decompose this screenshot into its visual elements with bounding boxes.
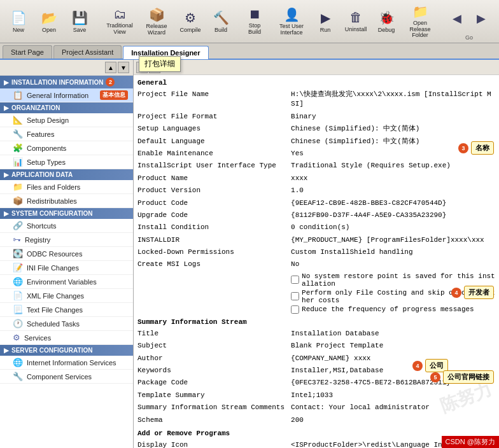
table-row: Create MSI Logs No: [135, 259, 498, 270]
sidebar-item-environment-variables[interactable]: 🌐 Environment Variables: [0, 275, 133, 289]
release-wizard-icon: 📦: [149, 7, 165, 22]
compile-icon: ⚙: [185, 10, 196, 25]
badge-4-dev: 4: [451, 288, 461, 298]
open-icon: 📂: [41, 10, 57, 25]
table-row: Upgrade Code {8112FB90-D37F-4A4F-A5E9-CA…: [135, 210, 498, 221]
new-icon: 📄: [11, 10, 27, 25]
table-row: InstallScript User Interface Type Tradit…: [135, 160, 498, 171]
sidebar-item-files-and-folders[interactable]: 📁 Files and Folders: [0, 180, 133, 194]
table-row: INSTALLDIR {MY_PRODUCT_NAME} [ProgramFil…: [135, 235, 498, 246]
table-row: Subject Blank Project Template: [135, 340, 498, 351]
tab-project-assistant[interactable]: Project Assistant: [53, 45, 122, 59]
save-button[interactable]: 💾 Save: [65, 6, 94, 38]
test-user-interface-button[interactable]: 👤 Test UserInterface: [274, 6, 309, 38]
table-row: Enable Maintenance Yes: [135, 148, 498, 159]
csdn-badge: CSDN @陈努力: [442, 436, 499, 448]
general-information-icon: 📋: [13, 90, 23, 100]
save-icon: 💾: [72, 10, 88, 25]
summary-section-title: Summary Information Stream: [135, 316, 498, 327]
open-button[interactable]: 📂 Open: [34, 6, 64, 38]
table-row: Product Code {9EEAF12-CB9E-482B-BBE3-C82…: [135, 198, 498, 209]
content-area: ◀ ⬆ General Project File Name H:\快捷查询批发完…: [134, 60, 499, 448]
sidebar-item-ini-file-changes[interactable]: 📝 INI File Changes: [0, 261, 133, 275]
uninstall-button[interactable]: 🗑 Uninstall: [341, 6, 370, 38]
checkbox-file-costing[interactable]: [291, 292, 299, 300]
sidebar-collapse-btn[interactable]: ▲: [105, 62, 116, 73]
table-row: Title Installation Database: [135, 328, 498, 339]
sidebar-item-xml-file-changes[interactable]: 📄 XML File Changes: [0, 289, 133, 303]
section-server-configuration[interactable]: ▶ SERVER CONFIGURATION: [0, 345, 133, 356]
sidebar-item-text-file-changes[interactable]: 📃 Text File Changes: [0, 303, 133, 317]
release-wizard-button[interactable]: 📦 ReleaseWizard: [139, 6, 174, 38]
sidebar-item-component-services[interactable]: 🔧 Component Services: [0, 370, 133, 384]
sidebar-item-setup-types[interactable]: 📊 Setup Types: [0, 155, 133, 169]
run-button[interactable]: ▶ Run: [311, 6, 340, 38]
go-label: Go: [465, 34, 473, 41]
tab-start-page[interactable]: Start Page: [3, 45, 52, 59]
badge-3: 3: [458, 143, 468, 153]
table-row: Summary Information Stream Comments Cont…: [135, 402, 498, 413]
section-organization-icon: ▶: [4, 104, 9, 111]
text-file-changes-icon: 📃: [13, 305, 23, 314]
table-row: Default Language Chinese (Simplified): 中…: [135, 136, 498, 147]
sidebar-item-components[interactable]: 🧩 Components: [0, 141, 133, 155]
section-application-data[interactable]: ▶ APPLICATION DATA: [0, 169, 133, 180]
sidebar-item-odbc-resources[interactable]: 💽 ODBC Resources: [0, 247, 133, 261]
table-row: Template Summary Intel;1033: [135, 390, 498, 401]
run-icon: ▶: [321, 10, 330, 25]
sidebar-item-registry[interactable]: 🗝 Registry: [0, 233, 133, 247]
section-application-data-icon: ▶: [4, 171, 9, 178]
section-organization[interactable]: ▶ ORGANIZATION: [0, 102, 133, 113]
table-row: Project File Name H:\快捷查询批发完\xxxx\2\xxxx…: [135, 89, 498, 110]
sidebar-item-features[interactable]: 🔧 Features: [0, 127, 133, 141]
checkbox-progress-frequency[interactable]: [291, 305, 299, 314]
annotation-website: 5 公司官网链接: [430, 370, 494, 384]
ini-file-changes-icon: 📝: [13, 263, 23, 272]
sidebar-item-general-information-label: General Information: [27, 92, 88, 99]
forward-button[interactable]: ▶: [470, 3, 493, 34]
section-installation-information[interactable]: ▶ INSTALLATION INFORMATION 2: [0, 76, 133, 88]
scheduled-tasks-icon: 🕐: [13, 319, 23, 328]
test-user-interface-icon: 👤: [284, 7, 300, 22]
redistributables-icon: 📦: [13, 196, 23, 206]
debug-button[interactable]: 🐞 Debug: [372, 6, 401, 38]
stop-build-button[interactable]: ⏹ StopBuild: [237, 6, 272, 38]
traditional-view-button[interactable]: 🗂 TraditionalView: [102, 6, 137, 38]
sidebar: ▲ ▼ ▶ INSTALLATION INFORMATION 2 📋 Gener…: [0, 60, 134, 448]
build-icon: 🔨: [213, 10, 229, 25]
back-button[interactable]: ◀: [446, 3, 468, 34]
sidebar-item-general-information[interactable]: 📋 General Information 基本信息: [0, 88, 133, 102]
table-row: Product Name xxxx: [135, 173, 498, 184]
sidebar-item-scheduled-tasks[interactable]: 🕐 Scheduled Tasks: [0, 317, 133, 331]
shortcuts-icon: 🔗: [13, 221, 23, 230]
checkbox-row: Reduce the frequency of progress message…: [288, 305, 498, 314]
stop-build-icon: ⏹: [248, 7, 261, 22]
compile-button[interactable]: ⚙ Compile: [176, 6, 205, 38]
build-button[interactable]: 🔨 Build: [206, 6, 235, 38]
iis-icon: 🌐: [13, 358, 23, 367]
section-system-configuration-icon: ▶: [4, 210, 9, 217]
sidebar-item-setup-design[interactable]: 📐 Setup Design: [0, 113, 133, 127]
setup-types-icon: 📊: [13, 157, 23, 167]
table-row: Product Version 1.0: [135, 185, 498, 196]
sidebar-expand-btn[interactable]: ▼: [118, 62, 129, 73]
environment-variables-icon: 🌐: [13, 277, 23, 286]
new-button[interactable]: 📄 New: [4, 6, 33, 38]
sidebar-item-services[interactable]: ⚙ Services: [0, 331, 133, 345]
tooltip-popup: 打包详细: [139, 56, 181, 72]
installation-info-badge: 2: [106, 78, 115, 87]
badge-4-co: 4: [412, 361, 423, 371]
services-icon: ⚙: [13, 333, 20, 342]
table-row: Install Condition 0 condition(s): [135, 222, 498, 233]
tab-bar: Start Page Project Assistant Installatio…: [0, 43, 499, 60]
sidebar-item-shortcuts[interactable]: 🔗 Shortcuts: [0, 219, 133, 233]
section-organization-label: ORGANIZATION: [11, 104, 60, 111]
debug-icon: 🐞: [379, 10, 395, 25]
open-release-folder-button[interactable]: 📁 Open ReleaseFolder: [402, 6, 438, 38]
section-system-configuration[interactable]: ▶ SYSTEM CONFIGURATION: [0, 208, 133, 219]
general-section-title: General: [135, 76, 498, 88]
sidebar-item-internet-information-services[interactable]: 🌐 Internet Information Services: [0, 356, 133, 370]
checkbox-no-restore[interactable]: [291, 276, 299, 284]
table-row: Locked-Down Permissions Custom InstallSh…: [135, 247, 498, 258]
sidebar-item-redistributables[interactable]: 📦 Redistributables: [0, 194, 133, 208]
